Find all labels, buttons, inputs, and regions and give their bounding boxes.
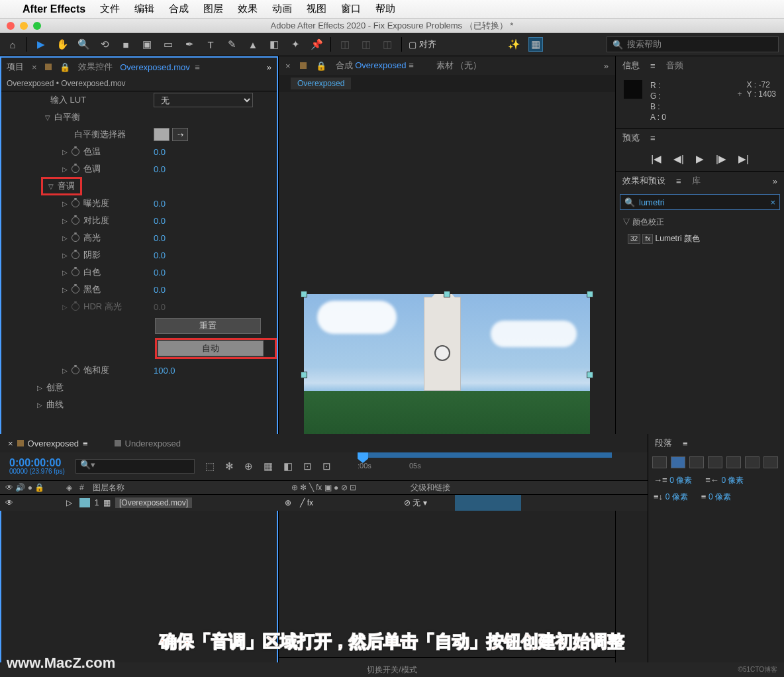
indent-left[interactable]: 0 像素: [669, 476, 692, 485]
space-after[interactable]: 0 像素: [709, 492, 731, 501]
temp-label[interactable]: ▷色温: [8, 146, 154, 158]
effect-category[interactable]: ▽ 颜色校正: [616, 214, 784, 231]
tab-audio[interactable]: 音频: [666, 60, 683, 72]
current-timecode[interactable]: 0:00:00:0000000 (23.976 fps): [9, 458, 65, 475]
workspace-icon[interactable]: ▦: [528, 37, 543, 52]
transform-handle[interactable]: [587, 372, 593, 378]
tab-paragraph[interactable]: 段落: [655, 437, 672, 449]
play-icon[interactable]: ▶: [696, 153, 704, 165]
selection-tool-icon[interactable]: ▶: [34, 37, 48, 52]
first-frame-icon[interactable]: |◀: [651, 153, 662, 165]
zoom-tool-icon[interactable]: 🔍: [76, 37, 91, 52]
tab-project[interactable]: 项目: [7, 61, 24, 73]
camera-tool-icon[interactable]: ■: [119, 37, 133, 52]
blacks-value[interactable]: 0.0: [154, 285, 166, 295]
justify-all-icon[interactable]: [763, 456, 778, 468]
stopwatch-icon[interactable]: [72, 366, 79, 374]
text-tool-icon[interactable]: T: [203, 37, 218, 52]
close-tab-icon[interactable]: ×: [285, 61, 291, 71]
align-left-icon[interactable]: [652, 456, 667, 468]
indent-right[interactable]: 0 像素: [721, 476, 744, 485]
mac-menubar[interactable]: After Effects 文件 编辑 合成 图层 效果 动画 视图 窗口 帮助: [0, 0, 784, 19]
snap-toggle[interactable]: ▢ 对齐: [409, 38, 436, 50]
eraser-tool-icon[interactable]: ◧: [267, 37, 281, 52]
tab-effects-presets[interactable]: 效果和预设: [622, 175, 665, 187]
stopwatch-icon[interactable]: [72, 268, 79, 276]
tab-preview[interactable]: 预览: [622, 132, 640, 144]
stopwatch-icon[interactable]: [72, 148, 79, 156]
transform-handle[interactable]: [444, 291, 450, 297]
panel-overflow-icon[interactable]: »: [773, 176, 777, 186]
space-before[interactable]: 0 像素: [665, 492, 688, 501]
close-tab-icon[interactable]: ×: [8, 439, 13, 448]
tint-value[interactable]: 0.0: [154, 164, 166, 174]
panel-overflow-icon[interactable]: »: [604, 61, 609, 71]
exposure-label[interactable]: ▷曝光度: [8, 197, 154, 209]
stopwatch-icon[interactable]: [72, 251, 79, 259]
tl-icon[interactable]: ◧: [283, 460, 293, 472]
stopwatch-icon[interactable]: [72, 286, 79, 293]
pan-behind-icon[interactable]: ▣: [140, 37, 154, 52]
close-icon[interactable]: [7, 22, 15, 30]
menu-edit[interactable]: 编辑: [134, 3, 154, 15]
next-frame-icon[interactable]: |▶: [716, 153, 726, 165]
tab-composition[interactable]: 合成: [336, 60, 353, 70]
timeline-tab-1[interactable]: ×Overexposed ≡: [8, 439, 88, 448]
stopwatch-icon[interactable]: [72, 199, 79, 207]
minimize-icon[interactable]: [20, 22, 28, 30]
menu-window[interactable]: 窗口: [341, 3, 361, 15]
tl-icon[interactable]: ✻: [225, 460, 234, 472]
align-center-icon[interactable]: [671, 456, 685, 468]
shadows-label[interactable]: ▷阴影: [8, 249, 154, 261]
blacks-label[interactable]: ▷黑色: [8, 284, 154, 295]
timeline-search[interactable]: 🔍▾: [75, 459, 195, 474]
menu-layer[interactable]: 图层: [203, 3, 223, 15]
search-help-input[interactable]: 🔍 搜索帮助: [607, 36, 779, 52]
close-tab-icon[interactable]: ×: [32, 62, 37, 72]
transform-handle[interactable]: [587, 291, 593, 297]
shape-tool-icon[interactable]: ▭: [161, 37, 175, 52]
tl-icon[interactable]: ▦: [264, 460, 273, 472]
creative-group[interactable]: ▷创意: [8, 382, 154, 393]
tone-group[interactable]: ▽音调: [8, 177, 154, 195]
home-icon[interactable]: ⌂: [5, 37, 20, 52]
tab-footage[interactable]: 素材 （无）: [436, 60, 482, 72]
layer-bar[interactable]: [455, 495, 521, 511]
menu-effect[interactable]: 效果: [238, 3, 258, 15]
lock-icon[interactable]: 🔒: [316, 61, 326, 71]
whites-label[interactable]: ▷白色: [8, 266, 154, 278]
clone-tool-icon[interactable]: ▲: [246, 37, 260, 52]
justify-right-icon[interactable]: [745, 456, 760, 468]
menu-view[interactable]: 视图: [307, 3, 326, 15]
panel-overflow-icon[interactable]: »: [267, 62, 271, 72]
tl-icon[interactable]: ⊕: [244, 460, 253, 472]
tab-library[interactable]: 库: [692, 175, 701, 187]
menu-anim[interactable]: 动画: [272, 3, 292, 15]
brush-tool-icon[interactable]: ✎: [224, 37, 239, 52]
stopwatch-icon[interactable]: [72, 165, 79, 173]
hand-tool-icon[interactable]: ✋: [55, 37, 70, 52]
white-balance-group[interactable]: ▽白平衡: [8, 111, 154, 123]
transform-handle[interactable]: [301, 372, 307, 378]
tab-info[interactable]: 信息: [622, 60, 640, 72]
saturation-label[interactable]: ▷饱和度: [8, 364, 154, 376]
contrast-value[interactable]: 0.0: [154, 216, 166, 226]
maximize-icon[interactable]: [33, 22, 41, 30]
contrast-label[interactable]: ▷对比度: [8, 215, 154, 227]
app-name[interactable]: After Effects: [23, 3, 85, 15]
comp-breadcrumb[interactable]: Overexposed: [291, 78, 351, 89]
justify-center-icon[interactable]: [726, 456, 741, 468]
highlights-value[interactable]: 0.0: [154, 233, 166, 243]
tl-icon[interactable]: ⊡: [303, 460, 312, 472]
align-right-icon[interactable]: [689, 456, 704, 468]
exposure-value[interactable]: 0.0: [154, 199, 166, 209]
roto-tool-icon[interactable]: ✦: [288, 37, 303, 52]
lock-icon[interactable]: 🔒: [60, 62, 70, 72]
layer-name[interactable]: [Overexposed.mov]: [115, 497, 192, 508]
eyedropper-icon[interactable]: ⇢: [172, 128, 188, 141]
tl-icon[interactable]: ⬚: [205, 460, 215, 472]
menu-help[interactable]: 帮助: [375, 3, 395, 15]
menu-comp[interactable]: 合成: [169, 3, 189, 15]
whites-value[interactable]: 0.0: [154, 268, 166, 278]
prev-frame-icon[interactable]: ◀|: [673, 153, 684, 165]
